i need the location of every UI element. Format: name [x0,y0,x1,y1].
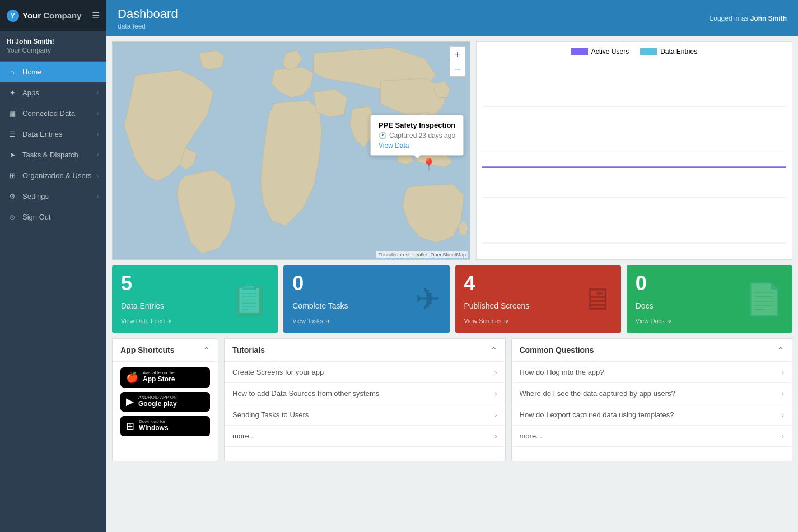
main-content: Dashboard data feed Logged in as John Sm… [106,0,798,532]
question-item[interactable]: How do I log into the app?› [512,362,792,383]
app-btn-icon-app-store: 🍎 [126,371,138,384]
stats-row: 📋 5 Data Entries View Data Feed ➜ ✈ 0 Co… [112,265,792,333]
stat-card-0[interactable]: 📋 5 Data Entries View Data Feed ➜ [112,265,278,333]
stat-bg-icon: ✈ [415,281,441,317]
nav-chevron-settings: ‹ [97,193,99,199]
nav-label-connected-data: Connected Data [22,109,75,118]
common-questions-title: Common Questions [520,346,594,354]
topbar: Dashboard data feed Logged in as John Sm… [106,0,798,36]
stat-link[interactable]: View Data Feed ➜ [121,318,269,325]
question-item[interactable]: Where do I see the data captured by app … [512,383,792,404]
logo-company: Company [43,11,81,20]
tutorial-item[interactable]: How to add Data Sources from other syste… [225,383,505,404]
sidebar-item-tasks-dispatch[interactable]: ➤ Tasks & Dispatch ‹ [0,144,106,165]
logo-your: Your [22,11,41,20]
stat-card-1[interactable]: ✈ 0 Complete Tasks View Tasks ➜ [283,265,449,333]
app-btn-name: Google play [138,400,177,409]
chevron-icon: › [782,432,784,440]
app-button-windows[interactable]: ⊞ Download for Windows [120,416,210,436]
stat-link[interactable]: View Tasks ➜ [292,318,440,325]
sidebar-nav: ⌂ Home ✦ Apps ‹ ▦ Connected Data ‹ ☰ Dat… [0,62,106,227]
sidebar-logo: Y Your Company [7,10,82,22]
app-button-google-play[interactable]: ▶ ANDROID APP ON Google play [120,392,210,412]
stat-card-3[interactable]: 📄 0 Docs View Docs ➜ [627,265,792,333]
map-container: + − PPE Safety Inspection 🕐 Captured 23 … [112,41,470,260]
stat-bg-icon: 📄 [745,281,783,318]
tutorials-toggle[interactable]: ⌃ [491,346,497,354]
chevron-icon: › [782,410,784,419]
zoom-out-button[interactable]: − [450,62,465,76]
legend-item: Data Entries [640,48,697,55]
tutorial-item[interactable]: Create Screens for your app› [225,362,505,383]
legend-label: Active Users [591,48,629,55]
legend-color [640,48,657,55]
common-questions-panel: Common Questions ⌃ How do I log into the… [511,338,793,461]
nav-chevron-apps: ‹ [97,90,99,96]
nav-icon-settings: ⚙ [8,192,17,200]
sidebar-item-settings[interactable]: ⚙ Settings ‹ [0,186,106,207]
app-btn-icon-google-play: ▶ [126,395,134,408]
common-questions-header: Common Questions ⌃ [512,339,792,362]
map-pin: 📍 [421,158,436,172]
chevron-icon: › [494,368,497,376]
common-questions-toggle[interactable]: ⌃ [777,346,784,354]
app-shortcuts-panel: App Shortcuts ⌃ 🍎 Available on the App S… [112,338,218,461]
sidebar-item-sign-out[interactable]: ⎋ Sign Out [0,207,106,227]
chevron-icon: › [494,410,497,419]
page-subtitle: data feed [118,22,178,30]
nav-label-org-users: Organization & Users [22,171,92,180]
chevron-icon: › [782,389,784,398]
sidebar-item-org-users[interactable]: ⊞ Organization & Users ‹ [0,165,106,186]
hamburger-icon[interactable]: ☰ [92,10,100,21]
stat-link[interactable]: View Screens ➜ [464,318,612,325]
chart-legend: Active UsersData Entries [482,48,786,55]
user-company: Your Company [7,46,100,54]
nav-chevron-data-entries: ‹ [97,131,99,137]
tutorial-label: How to add Data Sources from other syste… [232,389,379,398]
sidebar-item-apps[interactable]: ✦ Apps ‹ [0,82,106,103]
bottom-row: App Shortcuts ⌃ 🍎 Available on the App S… [112,338,792,461]
app-btn-icon-windows: ⊞ [126,420,134,432]
chevron-icon: › [782,368,784,376]
tutorials-list: Create Screens for your app›How to add D… [225,362,505,447]
popup-view-data-link[interactable]: View Data [379,142,409,150]
nav-label-home: Home [22,68,42,76]
tutorials-title: Tutorials [232,346,265,354]
stat-link[interactable]: View Docs ➜ [636,318,783,325]
sidebar-item-connected-data[interactable]: ▦ Connected Data ‹ [0,103,106,124]
nav-label-data-entries: Data Entries [22,130,63,138]
nav-label-apps: Apps [22,88,39,97]
sidebar-item-data-entries[interactable]: ☰ Data Entries ‹ [0,124,106,144]
app-btn-sub: ANDROID APP ON [138,395,177,400]
nav-icon-home: ⌂ [8,68,17,76]
question-label: How do I log into the app? [520,368,604,376]
tutorial-item[interactable]: Sending Tasks to Users› [225,404,505,426]
tutorial-label: more... [232,432,255,440]
question-item[interactable]: more...› [512,426,792,447]
chart-svg [482,60,786,274]
user-greeting: Hi John Smith! [7,38,100,45]
app-button-app-store[interactable]: 🍎 Available on the App Store [120,367,210,388]
logged-in-info: Logged in as John Smith [710,15,787,22]
stat-card-2[interactable]: 🖥 4 Published Screens View Screens ➜ [455,265,621,333]
zoom-in-button[interactable]: + [450,47,465,62]
nav-chevron-tasks-dispatch: ‹ [97,152,99,158]
app-shortcuts-toggle[interactable]: ⌃ [203,346,210,354]
app-btn-sub: Download for [139,419,169,424]
chart-area [482,60,786,274]
nav-icon-data-entries: ☰ [8,130,17,138]
nav-icon-org-users: ⊞ [8,171,17,180]
nav-label-sign-out: Sign Out [22,213,51,221]
app-btn-sub: Available on the [143,371,175,375]
legend-label: Data Entries [660,48,697,55]
legend-color [571,48,588,55]
tutorial-item[interactable]: more...› [225,426,505,447]
nav-icon-tasks-dispatch: ➤ [8,151,17,159]
nav-label-settings: Settings [22,192,49,200]
chart-container: Active UsersData Entries [476,41,792,260]
map-attribution: Thunderforest, Leaflet, OpenStreetMap [376,251,468,258]
logo-icon: Y [7,10,19,22]
question-item[interactable]: How do I export captured data using temp… [512,404,792,426]
map-controls: + − [450,46,465,77]
sidebar-item-home[interactable]: ⌂ Home [0,62,106,82]
